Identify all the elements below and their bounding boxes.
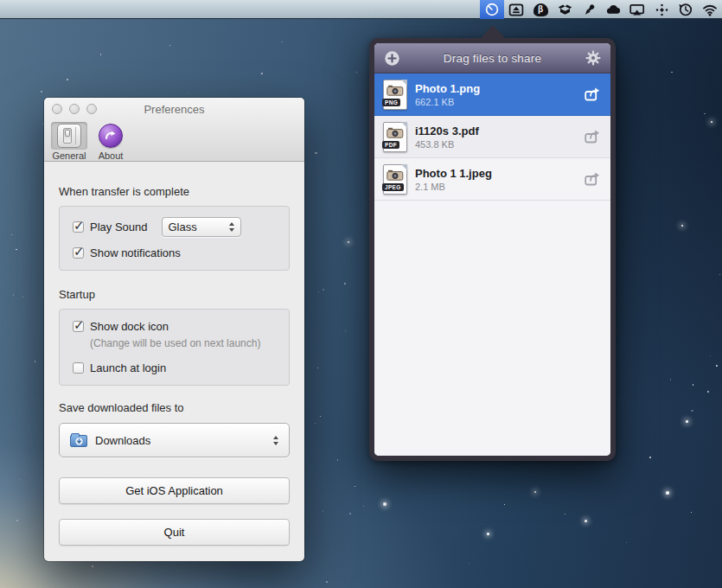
check-icon: ✓ [73,317,85,333]
title-bar[interactable]: Preferences [44,98,304,120]
popover-header: Drag files to share [374,43,610,74]
popup-arrows-icon [229,222,234,232]
startup-section-heading: Startup [59,288,290,301]
check-icon: ✓ [73,244,85,259]
tab-general-label: General [52,150,86,161]
preferences-content: When transfer is complete ✓ Play Sound G… [44,185,304,546]
pushpin-glyph [582,3,597,17]
cloud-icon[interactable] [601,0,625,19]
eject-box-icon[interactable] [504,0,528,19]
app-timer-icon[interactable] [480,0,504,19]
dock-change-note: (Change will be used on next launch) [90,337,276,349]
launch-at-login-label: Launch at login [90,361,166,374]
file-type-badge: JPEG [382,183,404,191]
share-file-button[interactable] [584,86,602,102]
dropbox-glyph [558,3,572,16]
popover-title: Drag files to share [400,52,585,65]
beta-glyph: β [534,3,548,16]
share-file-button[interactable] [584,129,602,144]
share-file-button[interactable] [584,171,602,187]
general-icon-frame [51,122,87,150]
plus-icon [384,50,400,67]
timer-dial-glyph [484,2,500,17]
switch-knob [65,130,70,137]
startup-group-box: ✓ Show dock icon (Change will be used on… [59,309,290,386]
dropbox-icon[interactable] [553,0,577,19]
zoom-button[interactable] [86,104,97,114]
sound-select-value: Glass [169,220,197,233]
cloud-glyph [605,3,621,16]
show-dock-icon-checkbox[interactable]: ✓ [73,321,84,332]
file-size: 2.1 MB [415,182,576,192]
file-texts: i1120s 3.pdf 453.8 KB [415,125,576,150]
wifi-icon[interactable] [698,0,722,19]
downloads-folder-icon [70,435,87,447]
minimize-button[interactable] [69,104,80,114]
popover-body: Drag files to share [374,43,610,456]
down-arrow-icon [229,228,234,232]
save-section-heading: Save downloaded files to [59,401,290,414]
save-folder-select[interactable]: Downloads [59,423,290,457]
share-arrow-icon [584,86,602,102]
show-notifications-label: Show notifications [90,246,181,259]
up-arrow-icon [273,436,278,439]
window-chrome: Preferences General [44,98,304,162]
download-arrow-glyph [75,438,83,445]
airplay-glyph [629,3,645,17]
file-row[interactable]: JPEG Photo 1 1.jpeg 2.1 MB [374,158,610,201]
switch-slot [63,128,72,144]
down-arrow-icon [273,442,278,445]
dock-icon-row: ✓ Show dock icon [73,320,276,333]
share-arrow-icon [584,171,602,187]
tab-about-label: About [99,150,124,161]
quit-button[interactable]: Quit [59,519,290,546]
file-row[interactable]: PDF i1120s 3.pdf 453.8 KB [374,116,610,158]
swirl-arrow-glyph [103,128,118,144]
notifications-row: ✓ Show notifications [73,246,276,259]
preferences-window: Preferences General [44,98,304,561]
about-icon-frame [93,122,129,150]
time-machine-icon[interactable] [674,0,698,19]
close-button[interactable] [52,104,62,114]
jpeg-file-icon: JPEG [383,164,407,195]
file-list: PNG Photo 1.png 662.1 KB [374,74,610,201]
play-sound-row: ✓ Play Sound Glass [73,217,276,237]
file-type-badge: PNG [382,99,400,106]
camera-thumbnail [387,85,404,96]
file-size: 662.1 KB [415,97,576,107]
sound-select[interactable]: Glass [162,217,241,237]
settings-button[interactable] [585,49,602,67]
file-name: Photo 1.png [415,82,576,95]
launch-at-login-checkbox[interactable] [73,362,84,374]
share-popover: Drag files to share [369,38,616,461]
about-icon [99,124,123,148]
transfer-section-heading: When transfer is complete [59,185,290,198]
launch-login-row: Launch at login [73,361,276,374]
file-row[interactable]: PNG Photo 1.png 662.1 KB [374,74,610,116]
tab-about[interactable]: About [93,122,129,161]
png-file-icon: PNG [383,80,407,110]
play-sound-checkbox[interactable]: ✓ [73,221,84,233]
file-list-empty-area [374,201,610,456]
dots-diamond-icon[interactable] [649,0,674,19]
time-machine-glyph [678,2,693,17]
add-file-button[interactable] [383,49,400,67]
popup-arrows-icon [273,436,278,445]
pdf-file-icon: PDF [383,122,407,152]
pushpin-icon[interactable] [577,0,601,19]
preferences-toolbar: General About [44,120,304,161]
beta-icon[interactable]: β [528,0,553,19]
camera-thumbnail [387,169,404,181]
file-texts: Photo 1 1.jpeg 2.1 MB [415,167,576,192]
file-name: i1120s 3.pdf [415,125,576,137]
transfer-group-box: ✓ Play Sound Glass ✓ Show notifications [59,206,290,271]
check-icon: ✓ [73,218,85,233]
traffic-lights [52,104,97,114]
play-sound-label: Play Sound [90,220,148,233]
tab-general[interactable]: General [51,122,87,161]
show-notifications-checkbox[interactable]: ✓ [73,247,84,259]
show-dock-icon-label: Show dock icon [90,320,169,333]
get-ios-app-button[interactable]: Get iOS Application [59,477,290,504]
file-name: Photo 1 1.jpeg [415,167,576,180]
airplay-icon[interactable] [625,0,649,19]
